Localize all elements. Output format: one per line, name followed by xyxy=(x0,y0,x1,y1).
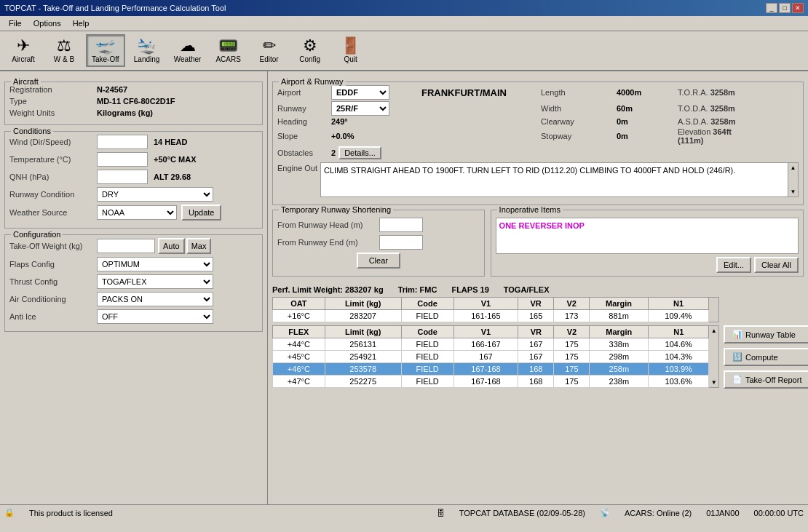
clear-all-button[interactable]: Clear All xyxy=(754,257,799,273)
ac-select[interactable]: PACKS ON xyxy=(97,292,213,306)
oat-v2: 173 xyxy=(554,310,590,322)
oat-col-oat: OAT xyxy=(273,298,325,310)
flex-scrollbar[interactable]: ▲ ▼ xyxy=(709,325,719,388)
temp-extra: +50°C MAX xyxy=(154,155,197,164)
oat-col-n1: N1 xyxy=(648,298,708,310)
runway-cond-select[interactable]: DRY xyxy=(97,187,213,202)
flex-scroll-down[interactable]: ▼ xyxy=(711,379,717,386)
toolbar-weather[interactable]: ☁ Weather xyxy=(169,35,207,66)
auto-button[interactable]: Auto xyxy=(158,238,185,254)
menu-options[interactable]: Options xyxy=(28,17,67,29)
flex-row-1[interactable]: +44°C 256131 FIELD 166-167 167 175 338m … xyxy=(273,338,709,351)
flex-row-4[interactable]: +47°C 252275 FIELD 167-168 168 175 238m … xyxy=(273,376,709,388)
flex-r4-code: FIELD xyxy=(401,376,453,388)
anti-ice-label: Anti Ice xyxy=(9,312,97,321)
flaps-select[interactable]: OPTIMUM xyxy=(97,257,213,271)
perf-limit-text: Perf. Limit Weight: 283207 kg xyxy=(272,285,384,294)
from-end-label: From Runway End (m) xyxy=(277,238,379,247)
toolbar-landing[interactable]: 🛬 Landing xyxy=(128,35,166,66)
engine-out-scroll-up[interactable]: ▲ xyxy=(791,164,796,171)
oat-col-v1: V1 xyxy=(453,298,518,310)
runway-select[interactable]: 25R/F xyxy=(331,101,389,116)
flex-scroll-up[interactable]: ▲ xyxy=(711,327,717,334)
ac-label: Air Conditioning xyxy=(9,295,97,303)
edit-button[interactable]: Edit... xyxy=(716,257,751,273)
toolbar-quit[interactable]: 🚪 Quit xyxy=(332,35,370,66)
toolbar-takeoff[interactable]: 🛫 Take-Off xyxy=(86,34,125,67)
flex-r3-code: FIELD xyxy=(401,363,453,376)
flex-r3-v2: 175 xyxy=(554,363,590,376)
oat-data-row: +16°C 283207 FIELD 161-165 165 173 881m … xyxy=(273,310,709,322)
airport-select[interactable]: EDDF xyxy=(331,85,389,100)
toolbar-wb[interactable]: ⚖ W & B xyxy=(45,35,83,66)
perf-results: Perf. Limit Weight: 283207 kg Trim: FMC … xyxy=(272,285,804,389)
acars-icon: 📡 xyxy=(600,508,610,517)
report-button[interactable]: 📄 Take-Off Report xyxy=(724,370,808,389)
flex-col-n1: N1 xyxy=(649,326,709,338)
from-end-input[interactable] xyxy=(379,235,423,250)
clearway-label: Clearway xyxy=(541,117,614,126)
from-head-input[interactable] xyxy=(379,218,423,232)
weather-source-select[interactable]: NOAA xyxy=(97,205,177,220)
flex-r2-v2: 175 xyxy=(554,351,590,363)
minimize-button[interactable]: _ xyxy=(766,3,777,13)
weight-units-label: Weight Units xyxy=(9,108,97,117)
qnh-input[interactable]: 1005 xyxy=(97,170,148,184)
tow-input[interactable]: 244636 xyxy=(97,239,155,253)
flex-r2-margin: 298m xyxy=(590,351,649,363)
toolbar-editor[interactable]: ✏ Editor xyxy=(250,35,288,66)
qnh-extra: ALT 29.68 xyxy=(154,172,191,181)
temp-row: Temperature (°C) +16 +50°C MAX xyxy=(9,152,258,167)
engine-out-scroll-down[interactable]: ▼ xyxy=(791,188,796,195)
thrust-row: Thrust Config TOGA/FLEX xyxy=(9,274,258,289)
runway-label: Runway xyxy=(277,104,328,113)
asda-value: 3258m xyxy=(710,117,735,126)
flex-row-3-highlighted[interactable]: +46°C 253578 FIELD 167-168 168 175 258m … xyxy=(273,363,709,376)
flex-header-row: FLEX Limit (kg) Code V1 VR V2 Margin N1 xyxy=(273,326,709,338)
oat-col-limit: Limit (kg) xyxy=(325,298,401,310)
oat-margin: 881m xyxy=(590,310,649,322)
airport-group: Airport & Runway Airport EDDF FRANKFURT/… xyxy=(272,82,804,205)
max-button[interactable]: Max xyxy=(186,238,212,254)
toolbar-editor-label: Editor xyxy=(260,55,279,63)
flex-r2-limit: 254921 xyxy=(325,351,401,363)
length-label: Length xyxy=(541,88,614,97)
config-icon: ⚙ xyxy=(303,38,317,54)
update-button[interactable]: Update xyxy=(181,205,221,221)
runway-table-button[interactable]: 📊 Runway Table xyxy=(724,325,808,344)
takeoff-icon: 🛫 xyxy=(95,38,115,54)
wind-input[interactable]: 250/14 xyxy=(97,135,148,149)
flex-r2-v1: 167 xyxy=(453,351,518,363)
flex-r1-vr: 167 xyxy=(518,338,554,351)
toolbar-config-label: Config xyxy=(299,55,320,63)
maximize-button[interactable]: □ xyxy=(779,3,791,13)
toolbar-aircraft[interactable]: ✈ Aircraft xyxy=(4,35,42,66)
heading-label: Heading xyxy=(277,117,328,126)
menu-help[interactable]: Help xyxy=(67,17,95,29)
inop-items-title: Inoperative Items xyxy=(497,205,563,214)
perf-header: Perf. Limit Weight: 283207 kg Trim: FMC … xyxy=(272,285,804,294)
menubar: File Options Help xyxy=(0,16,808,31)
length-value: 4000m xyxy=(617,88,675,97)
aircraft-section-title: Aircraft xyxy=(11,77,41,86)
compute-button[interactable]: 🔢 Compute xyxy=(724,348,808,366)
temp-input[interactable]: +16 xyxy=(97,152,148,167)
flex-r2-flex: +45°C xyxy=(273,351,325,363)
clear-button[interactable]: Clear xyxy=(357,253,400,269)
close-button[interactable]: ✕ xyxy=(792,3,804,13)
flex-col-v1: V1 xyxy=(453,326,518,338)
flex-row-2[interactable]: +45°C 254921 FIELD 167 167 175 298m 104.… xyxy=(273,351,709,363)
details-button[interactable]: Details... xyxy=(338,146,381,159)
elevation-label: Elevation 364ft (111m) xyxy=(678,127,750,145)
inop-items-group: Inoperative Items ONE REVERSER INOP Edit… xyxy=(491,210,804,277)
anti-ice-select[interactable]: OFF xyxy=(97,309,213,324)
toolbar-config[interactable]: ⚙ Config xyxy=(291,35,329,66)
toolbar-acars[interactable]: 📟 ACARS xyxy=(210,35,247,66)
menu-file[interactable]: File xyxy=(3,17,28,29)
titlebar-controls: _ □ ✕ xyxy=(766,3,804,13)
oat-col-v2: V2 xyxy=(554,298,590,310)
tow-row: Take-Off Weight (kg) 244636 Auto Max xyxy=(9,238,258,254)
thrust-select[interactable]: TOGA/FLEX xyxy=(97,274,213,289)
flex-r2-code: FIELD xyxy=(401,351,453,363)
oat-oat: +16°C xyxy=(273,310,325,322)
